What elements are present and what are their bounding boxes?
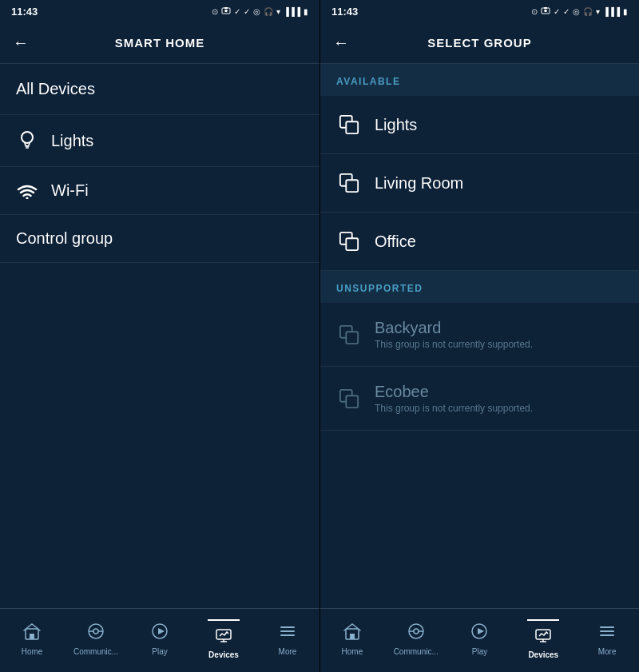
right-main-content: AVAILABLE Lights Living xyxy=(320,64,639,608)
left-nav-home[interactable]: Home xyxy=(0,622,64,659)
right-back-button[interactable]: ← xyxy=(333,34,349,52)
devices-icon xyxy=(215,626,232,647)
svg-rect-31 xyxy=(346,332,358,344)
right-nav-more-label: More xyxy=(598,647,617,656)
left-back-button[interactable]: ← xyxy=(13,34,29,52)
right-nav-play-label: Play xyxy=(472,647,487,656)
right-phone: 11:43 ⊙ ✓ ✓ ◎ 🎧 ▾ ▐▐▐ ▮ ← SELECT GROUP xyxy=(320,0,639,672)
right-nav-play[interactable]: Play xyxy=(448,622,512,659)
svg-point-37 xyxy=(414,629,419,634)
svg-rect-27 xyxy=(346,180,358,192)
left-header: ← SMART HOME xyxy=(0,22,320,64)
right-nav-more[interactable]: More xyxy=(575,622,639,659)
r-play-icon xyxy=(470,622,488,644)
headphone-icon: 🎧 xyxy=(264,7,273,16)
signal-icon: ▐▐▐ xyxy=(284,7,300,16)
photo-icon xyxy=(221,6,231,17)
r-check1-icon: ✓ xyxy=(554,7,560,16)
r-gps-icon: ⊙ xyxy=(531,7,538,16)
r-chat-icon xyxy=(407,622,425,644)
svg-point-3 xyxy=(22,132,33,143)
wifi-label: Wi-Fi xyxy=(51,181,89,200)
svg-rect-2 xyxy=(224,7,228,9)
all-devices-label: All Devices xyxy=(16,80,95,98)
svg-rect-33 xyxy=(346,396,358,408)
right-header-title: SELECT GROUP xyxy=(427,36,531,50)
lights-group-icon xyxy=(336,112,362,137)
right-devices-active-indicator xyxy=(527,619,559,621)
left-nav-communicate-label: Communic... xyxy=(73,647,118,656)
right-nav-home[interactable]: Home xyxy=(320,622,384,659)
lights-group-text-wrapper: Lights xyxy=(375,116,417,134)
check2-icon: ✓ xyxy=(244,7,250,16)
left-nav-communicate[interactable]: Communic... xyxy=(64,622,128,659)
backyard-text-wrapper: Backyard This group is not currently sup… xyxy=(375,319,533,350)
control-group-item[interactable]: Control group xyxy=(0,215,320,263)
right-nav-devices-label: Devices xyxy=(528,650,558,659)
living-room-group-label: Living Room xyxy=(375,174,463,193)
backyard-group-label: Backyard xyxy=(375,319,533,337)
right-nav-devices[interactable]: Devices xyxy=(511,619,575,662)
location-icon: ◎ xyxy=(253,7,260,16)
r-battery-icon: ▮ xyxy=(623,7,628,16)
right-status-bar: 11:43 ⊙ ✓ ✓ ◎ 🎧 ▾ ▐▐▐ ▮ xyxy=(320,0,639,22)
r-signal-icon: ▐▐▐ xyxy=(603,7,620,16)
left-nav-devices[interactable]: Devices xyxy=(192,619,256,662)
play-icon xyxy=(151,622,169,644)
bulb-icon xyxy=(16,129,38,152)
right-status-time: 11:43 xyxy=(331,6,358,18)
r-check2-icon: ✓ xyxy=(563,7,570,16)
left-nav-play[interactable]: Play xyxy=(128,622,192,659)
r-wifi-status-icon: ▾ xyxy=(596,7,600,16)
lights-group-label: Lights xyxy=(375,116,417,134)
lights-group-item[interactable]: Lights xyxy=(320,96,639,154)
ecobee-text-wrapper: Ecobee This group is not currently suppo… xyxy=(375,383,533,414)
left-phone: 11:43 ⊙ ✓ ✓ ◎ 🎧 ▾ ▐▐▐ ▮ ← SMART HOME xyxy=(0,0,320,672)
svg-point-10 xyxy=(93,629,98,634)
control-group-label: Control group xyxy=(16,229,113,248)
left-devices-active-indicator xyxy=(208,619,240,621)
right-header: ← SELECT GROUP xyxy=(320,22,639,64)
wifi-status-icon: ▾ xyxy=(276,7,280,16)
check1-icon: ✓ xyxy=(234,7,240,16)
svg-rect-35 xyxy=(350,634,355,639)
r-home-icon xyxy=(343,622,361,644)
unsupported-label: UNSUPPORTED xyxy=(336,283,423,294)
living-room-group-icon xyxy=(336,170,362,196)
svg-rect-29 xyxy=(346,238,358,250)
lights-label: Lights xyxy=(51,132,93,150)
office-group-item[interactable]: Office xyxy=(320,213,639,271)
left-header-title: SMART HOME xyxy=(115,36,205,50)
chat-icon xyxy=(87,622,105,644)
left-status-time: 11:43 xyxy=(11,6,38,18)
ecobee-group-label: Ecobee xyxy=(375,383,533,401)
office-group-label: Office xyxy=(375,233,416,251)
ecobee-group-icon xyxy=(336,386,362,412)
lights-item[interactable]: Lights xyxy=(0,115,320,167)
right-status-icons: ⊙ ✓ ✓ ◎ 🎧 ▾ ▐▐▐ ▮ xyxy=(531,6,628,17)
r-location-icon: ◎ xyxy=(573,7,580,16)
available-section-header: AVAILABLE xyxy=(320,64,639,96)
r-menu-icon xyxy=(598,622,616,644)
wifi-item[interactable]: Wi-Fi xyxy=(0,167,320,215)
ecobee-group-sub: This group is not currently supported. xyxy=(375,403,533,414)
left-nav-home-label: Home xyxy=(22,647,43,656)
home-icon xyxy=(23,622,41,644)
living-room-group-item[interactable]: Living Room xyxy=(320,154,639,213)
r-devices-icon xyxy=(534,626,552,647)
right-nav-communicate[interactable]: Communic... xyxy=(384,622,448,659)
r-photo-icon xyxy=(541,6,550,17)
svg-point-6 xyxy=(26,197,29,199)
gps-icon: ⊙ xyxy=(212,7,218,16)
svg-rect-8 xyxy=(30,634,34,639)
right-nav-communicate-label: Communic... xyxy=(394,647,439,656)
ecobee-group-item: Ecobee This group is not currently suppo… xyxy=(320,367,639,431)
office-text-wrapper: Office xyxy=(375,233,416,251)
left-nav-more-label: More xyxy=(279,647,297,656)
left-nav-play-label: Play xyxy=(152,647,167,656)
unsupported-section-header: UNSUPPORTED xyxy=(320,271,639,303)
left-nav-more[interactable]: More xyxy=(256,622,320,659)
all-devices-item[interactable]: All Devices xyxy=(0,64,320,115)
menu-icon xyxy=(279,622,296,644)
r-headphone-icon: 🎧 xyxy=(583,7,593,16)
